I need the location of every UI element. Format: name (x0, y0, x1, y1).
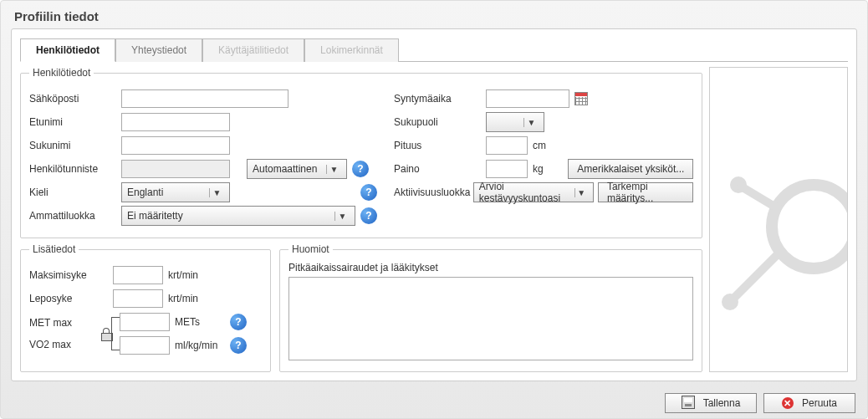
unit-cm: cm (533, 140, 546, 151)
personid-field[interactable] (121, 160, 230, 178)
help-icon[interactable]: ? (230, 337, 247, 354)
profession-value: Ei määritetty (127, 210, 183, 222)
cancel-icon: ✕ (782, 397, 794, 409)
chevron-down-icon: ▼ (209, 188, 224, 197)
cancel-button[interactable]: ✕ Peruuta (763, 393, 855, 413)
height-field[interactable] (486, 136, 528, 155)
metmax-field[interactable] (120, 313, 170, 331)
email-field[interactable] (121, 89, 288, 108)
decorative-graphic (709, 135, 848, 372)
save-icon (682, 396, 698, 411)
unit-kg: kg (533, 163, 544, 175)
help-icon[interactable]: ? (230, 314, 247, 330)
group-personal: Henkilötiedot Sähköposti Etunimi (20, 67, 702, 238)
hrmax-field[interactable] (113, 266, 163, 284)
label-vo2max: VO2 max (29, 339, 113, 350)
label-height: Pituus (394, 140, 486, 151)
label-email: Sähköposti (29, 93, 121, 105)
auto-id-select[interactable]: Automaattinen ▼ (247, 159, 347, 179)
refine-button[interactable]: Tarkempi määritys... (598, 182, 693, 202)
svg-line-3 (738, 185, 780, 210)
help-icon[interactable]: ? (360, 184, 377, 201)
label-gender: Sukupuoli (394, 116, 486, 128)
tab-personal[interactable]: Henkilötiedot (20, 38, 115, 62)
label-birthdate: Syntymäaika (394, 93, 486, 105)
chevron-down-icon: ▼ (523, 118, 539, 127)
chevron-down-icon: ▼ (574, 188, 588, 197)
chevron-down-icon: ▼ (334, 212, 350, 221)
firstname-field[interactable] (121, 113, 230, 131)
tab-account[interactable]: Käyttäjätilitiedot (202, 38, 304, 62)
svg-line-4 (730, 252, 780, 302)
tab-contact[interactable]: Yhteystiedot (115, 38, 202, 62)
label-weight: Paino (394, 163, 486, 175)
content: Henkilötiedot Yhteystiedot Käyttäjätilit… (11, 28, 857, 381)
weight-field[interactable] (486, 160, 528, 178)
notes-description: Pitkäaikaissairaudet ja lääkitykset (288, 262, 693, 273)
gender-select[interactable]: ▼ (486, 112, 544, 132)
label-lastname: Sukunimi (29, 140, 121, 151)
lock-icon (101, 328, 111, 340)
auto-id-label: Automaattinen (253, 163, 317, 175)
unit-mets: METs (175, 316, 225, 328)
group-additional: Lisätiedot Maksimisyke krt/min Leposyke … (20, 243, 271, 372)
group-personal-legend: Henkilötiedot (29, 67, 94, 79)
label-activity: Aktiivisuusluokka (394, 187, 473, 198)
label-firstname: Etunimi (29, 116, 121, 128)
group-notes: Huomiot Pitkäaikaissairaudet ja lääkityk… (279, 243, 702, 372)
label-personid: Henkilötunniste (29, 163, 121, 175)
notes-textarea[interactable] (288, 277, 693, 360)
profile-dialog: Profiilin tiedot Henkilötiedot Yhteystie… (0, 0, 868, 419)
label-language: Kieli (29, 187, 121, 198)
profession-select[interactable]: Ei määritetty ▼ (121, 206, 355, 226)
save-button[interactable]: Tallenna (665, 393, 757, 413)
group-additional-legend: Lisätiedot (29, 243, 79, 255)
preview-panel (709, 67, 848, 372)
help-icon[interactable]: ? (360, 207, 377, 224)
label-hrmax: Maksimisyke (29, 269, 113, 281)
hrrest-field[interactable] (113, 289, 163, 308)
language-select[interactable]: Englanti ▼ (121, 182, 230, 202)
help-icon[interactable]: ? (352, 161, 369, 177)
unit-bpm: krt/min (168, 293, 198, 304)
calendar-icon[interactable] (574, 92, 588, 105)
svg-point-0 (772, 185, 848, 268)
activity-select[interactable]: Arvioi kestävyyskuntoasi ▼ (473, 182, 594, 202)
dialog-title: Profiilin tiedot (1, 1, 867, 28)
tab-log[interactable]: Lokimerkinnät (304, 38, 399, 62)
tab-bar: Henkilötiedot Yhteystiedot Käyttäjätilit… (20, 38, 848, 62)
dialog-footer: Tallenna ✕ Peruuta (1, 388, 867, 419)
unit-vo2: ml/kg/min (175, 340, 225, 351)
lastname-field[interactable] (121, 136, 230, 155)
label-hrrest: Leposyke (29, 293, 113, 304)
label-profession: Ammattiluokka (29, 210, 121, 222)
language-value: Englanti (127, 187, 163, 198)
vo2max-field[interactable] (120, 336, 170, 355)
activity-value: Arvioi kestävyyskuntoasi (479, 181, 574, 204)
chevron-down-icon: ▼ (326, 165, 341, 174)
birthdate-field[interactable] (486, 89, 569, 108)
label-metmax: MET max (29, 317, 113, 329)
unit-bpm: krt/min (168, 269, 198, 281)
us-units-button[interactable]: Amerikkalaiset yksiköt... (568, 159, 693, 179)
group-notes-legend: Huomiot (288, 243, 333, 255)
